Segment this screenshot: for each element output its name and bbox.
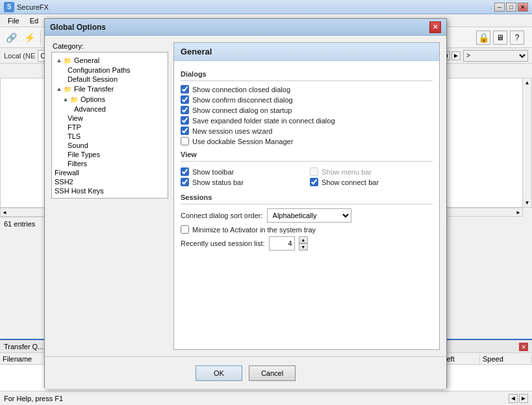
panel-title-text: General bbox=[181, 47, 212, 56]
tree-label-sound: Sound bbox=[68, 141, 88, 149]
ok-button[interactable]: OK bbox=[196, 365, 242, 381]
cb-show-status-bar[interactable] bbox=[181, 178, 189, 186]
dialog-title: Global Options bbox=[50, 23, 429, 32]
view-left-col: Show toolbar Show status bar bbox=[181, 166, 303, 188]
app-window: S SecureFX ─ □ ✕ File Ed 🔗 ⚡ 🔒 🖥 ? Local… bbox=[0, 0, 532, 405]
tree-item-file-types[interactable]: File Types bbox=[52, 150, 168, 159]
folder-icon-general: 📁 bbox=[64, 57, 73, 64]
expand-icon-general: ▲ bbox=[55, 56, 64, 65]
cb-label-show-confirm-disc: Show confirm disconnect dialog bbox=[192, 96, 293, 104]
tree-item-config-paths[interactable]: Configuration Paths bbox=[52, 66, 168, 75]
cb-show-connect-bar[interactable] bbox=[310, 178, 318, 186]
dialog-body: Category: ▲ 📁 General Configuration Path… bbox=[45, 36, 446, 356]
tree-item-tls[interactable]: TLS bbox=[52, 132, 168, 141]
tree-item-ssh2[interactable]: SSH2 bbox=[52, 177, 168, 186]
tree-item-view[interactable]: View bbox=[52, 114, 168, 123]
expand-icon-file-transfer: ▲ bbox=[55, 84, 64, 93]
cb-row-show-status-bar: Show status bar bbox=[181, 178, 303, 186]
cb-new-session-wizard[interactable] bbox=[181, 127, 189, 135]
tree-item-general[interactable]: ▲ 📁 General bbox=[52, 55, 168, 66]
tree-label-file-types: File Types bbox=[68, 151, 100, 158]
cb-label-dockable-session-mgr: Use dockable Session Manager bbox=[192, 138, 293, 145]
view-checkboxes: Show toolbar Show status bar bbox=[181, 166, 433, 188]
sessions-section-label: Sessions bbox=[181, 193, 433, 201]
view-right-col: Show menu bar Show connect bar bbox=[310, 166, 433, 188]
folder-icon-options: 📁 bbox=[70, 96, 79, 103]
cancel-button[interactable]: Cancel bbox=[249, 365, 296, 381]
category-header: Category: bbox=[51, 42, 168, 50]
tree-label-advanced: Advanced bbox=[74, 105, 106, 113]
sort-order-row: Connect dialog sort order: Alphabeticall… bbox=[181, 208, 433, 223]
cb-label-show-status-bar: Show status bar bbox=[192, 178, 244, 186]
view-divider bbox=[181, 161, 433, 162]
recent-list-input[interactable] bbox=[269, 236, 295, 251]
cb-label-save-expanded: Save expanded folder state in connect di… bbox=[192, 117, 335, 125]
tree-label-options: Options bbox=[81, 95, 105, 103]
tree-item-firewall[interactable]: Firewall bbox=[52, 168, 168, 177]
dialog-title-bar: Global Options ✕ bbox=[45, 19, 446, 36]
cb-show-conn-closed[interactable] bbox=[181, 85, 189, 93]
cb-show-toolbar[interactable] bbox=[181, 167, 189, 176]
cb-show-menu-bar[interactable] bbox=[310, 167, 318, 176]
tree-label-firewall: Firewall bbox=[55, 169, 79, 177]
tree-label-default-session: Default Session bbox=[68, 75, 118, 83]
cb-label-show-connect-bar: Show connect bar bbox=[322, 178, 379, 186]
spinner-up[interactable]: ▲ bbox=[299, 236, 308, 243]
tree-label-file-transfer: File Transfer bbox=[74, 85, 114, 93]
tree-item-ssh-host-keys[interactable]: SSH Host Keys bbox=[52, 186, 168, 195]
tree-label-view: View bbox=[68, 114, 83, 122]
tree-label-config-paths: Configuration Paths bbox=[68, 66, 131, 74]
cb-label-show-toolbar: Show toolbar bbox=[192, 168, 234, 176]
sessions-divider bbox=[181, 204, 433, 204]
global-options-dialog: Global Options ✕ Category: ▲ 📁 General bbox=[44, 18, 447, 388]
cb-row-minimize-tray: Minimize to Activator in the system tray bbox=[181, 225, 433, 234]
cb-show-confirm-disc[interactable] bbox=[181, 95, 189, 104]
view-section-label: View bbox=[181, 151, 433, 158]
cb-label-show-conn-startup: Show connect dialog on startup bbox=[192, 106, 292, 114]
dialog-overlay: Global Options ✕ Category: ▲ 📁 General bbox=[0, 0, 532, 405]
category-label: Category: bbox=[53, 42, 84, 50]
category-tree: ▲ 📁 General Configuration Paths Default … bbox=[51, 52, 168, 199]
category-panel-wrapper: Category: ▲ 📁 General Configuration Path… bbox=[51, 42, 168, 350]
tree-item-options[interactable]: ▲ 📁 Options bbox=[52, 94, 168, 104]
tree-label-general: General bbox=[74, 56, 99, 64]
expand-icon-options: ▲ bbox=[61, 95, 70, 104]
cb-save-expanded[interactable] bbox=[181, 116, 189, 125]
tree-label-ftp: FTP bbox=[68, 123, 81, 131]
tree-label-tls: TLS bbox=[68, 132, 81, 140]
cb-label-show-conn-closed: Show connection closed dialog bbox=[192, 86, 290, 93]
cb-row-show-confirm-disc: Show confirm disconnect dialog bbox=[181, 95, 433, 104]
options-panel: General Dialogs Show connection closed d… bbox=[173, 42, 440, 350]
cb-row-show-conn-closed: Show connection closed dialog bbox=[181, 85, 433, 93]
tree-item-advanced[interactable]: Advanced bbox=[52, 104, 168, 114]
options-body: Dialogs Show connection closed dialog Sh… bbox=[174, 61, 439, 258]
cb-dockable-session-mgr[interactable] bbox=[181, 137, 189, 145]
tree-item-ftp[interactable]: FTP bbox=[52, 123, 168, 132]
dialogs-section-label: Dialogs bbox=[181, 70, 433, 78]
dialog-footer: OK Cancel bbox=[45, 356, 446, 389]
dialog-close-button[interactable]: ✕ bbox=[429, 21, 441, 33]
sort-order-select[interactable]: Alphabetically By date By type bbox=[267, 208, 351, 223]
cb-label-new-session-wizard: New session uses wizard bbox=[192, 127, 273, 135]
recent-list-row: Recently used session list: ▲ ▼ bbox=[181, 236, 433, 251]
cb-row-new-session-wizard: New session uses wizard bbox=[181, 127, 433, 135]
spinner-controls: ▲ ▼ bbox=[299, 236, 308, 251]
cb-row-save-expanded: Save expanded folder state in connect di… bbox=[181, 116, 433, 125]
cb-row-show-toolbar: Show toolbar bbox=[181, 167, 303, 176]
cb-row-show-connect-bar: Show connect bar bbox=[310, 178, 433, 186]
cb-row-show-menu-bar: Show menu bar bbox=[310, 167, 433, 176]
tree-label-ssh-host-keys: SSH Host Keys bbox=[55, 187, 104, 195]
spinner-down[interactable]: ▼ bbox=[299, 243, 308, 251]
tree-item-default-session[interactable]: Default Session bbox=[52, 75, 168, 84]
cb-label-minimize-tray: Minimize to Activator in the system tray bbox=[192, 226, 316, 234]
tree-item-sound[interactable]: Sound bbox=[52, 141, 168, 150]
tree-label-filters: Filters bbox=[68, 160, 87, 167]
cb-row-dockable-session-mgr: Use dockable Session Manager bbox=[181, 137, 433, 145]
tree-item-file-transfer[interactable]: ▲ 📁 File Transfer bbox=[52, 84, 168, 94]
cb-minimize-tray[interactable] bbox=[181, 225, 189, 234]
tree-label-ssh2: SSH2 bbox=[55, 178, 73, 186]
recent-list-label: Recently used session list: bbox=[181, 239, 265, 247]
tree-item-filters[interactable]: Filters bbox=[52, 159, 168, 168]
cb-row-show-conn-startup: Show connect dialog on startup bbox=[181, 106, 433, 114]
cb-show-conn-startup[interactable] bbox=[181, 106, 189, 114]
